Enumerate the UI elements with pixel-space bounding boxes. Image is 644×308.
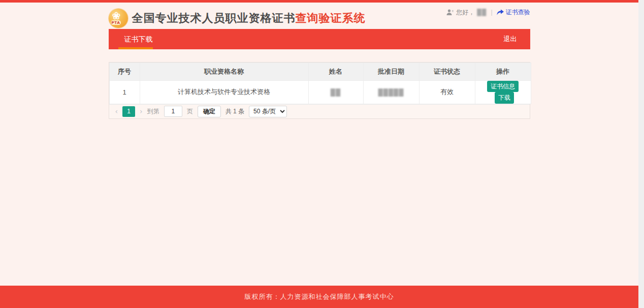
cell-approval-date: █████ <box>363 81 419 104</box>
cell-qualification: 计算机技术与软件专业技术资格 <box>140 81 308 104</box>
cell-actions: 证书信息 下载 <box>475 81 531 104</box>
next-page-icon[interactable]: › <box>140 108 143 115</box>
confirm-button[interactable]: 确定 <box>198 106 221 117</box>
page-title: 全国专业技术人员职业资格证书查询验证系统 <box>132 11 366 26</box>
cell-index: 1 <box>109 81 140 104</box>
tab-certificate-download[interactable]: 证书下载 <box>109 29 169 49</box>
cell-name: ██ <box>308 81 363 104</box>
certificate-verify-label: 证书查验 <box>506 8 530 17</box>
page-background: ❀ PTA 全国专业技术人员职业资格证书查询验证系统 您好， ██ | <box>0 0 638 308</box>
header-index: 序号 <box>109 63 140 81</box>
prev-page-icon[interactable]: ‹ <box>115 108 118 115</box>
active-tab-indicator <box>118 47 153 49</box>
user-bar: 您好， ██ | 证书查验 <box>446 8 530 16</box>
certificate-table-card: 序号 职业资格名称 姓名 批准日期 证书状态 操作 1 计算机技术与软件专业技术… <box>109 62 530 119</box>
scrollbar-track <box>638 0 644 308</box>
user-icon <box>446 9 454 16</box>
goto-label: 到第 <box>147 107 159 116</box>
brand: ❀ PTA 全国专业技术人员职业资格证书查询验证系统 <box>109 7 366 29</box>
site-header: ❀ PTA 全国专业技术人员职业资格证书查询验证系统 您好， ██ | <box>109 0 530 29</box>
header-status: 证书状态 <box>419 63 475 81</box>
page-title-accent: 查询验证系统 <box>296 12 366 24</box>
cell-status: 有效 <box>419 81 475 104</box>
copyright-label: 版权所有：人力资源和社会保障部人事考试中心 <box>245 292 394 301</box>
header-actions: 操作 <box>475 63 531 81</box>
header-name: 姓名 <box>308 63 363 81</box>
table-row: 1 计算机技术与软件专业技术资格 ██ █████ 有效 证书信息 下载 <box>109 81 531 104</box>
certificate-table: 序号 职业资格名称 姓名 批准日期 证书状态 操作 1 计算机技术与软件专业技术… <box>109 63 531 104</box>
certificate-info-button[interactable]: 证书信息 <box>487 81 519 92</box>
header-approval-date: 批准日期 <box>363 63 419 81</box>
flame-glyph: ❀ <box>112 11 121 21</box>
page-title-main: 全国专业技术人员职业资格证书 <box>132 12 296 24</box>
pagination-bar: ‹ 1 › 到第 页 确定 共 1 条 50 条/页 <box>109 104 530 118</box>
pta-logo-text: PTA <box>111 20 121 25</box>
page-size-select[interactable]: 50 条/页 <box>249 106 287 117</box>
total-count-label: 共 1 条 <box>226 107 244 116</box>
share-arrow-icon <box>497 9 504 16</box>
goto-page-input[interactable] <box>164 106 182 117</box>
main-navbar: 证书下载 退出 <box>109 29 530 49</box>
page-number-button[interactable]: 1 <box>122 106 135 117</box>
page-unit-label: 页 <box>187 107 193 116</box>
certificate-verify-link[interactable]: 证书查验 <box>497 8 530 17</box>
username-redacted: ██ <box>477 9 487 16</box>
greeting-label: 您好， <box>456 8 474 17</box>
date-redacted: █████ <box>378 88 404 96</box>
page-footer: 版权所有：人力资源和社会保障部人事考试中心 <box>0 286 638 308</box>
download-button[interactable]: 下载 <box>495 92 514 103</box>
logout-button[interactable]: 退出 <box>504 35 530 44</box>
tab-certificate-download-label: 证书下载 <box>124 35 153 43</box>
separator: | <box>491 9 492 16</box>
pta-logo-icon: ❀ PTA <box>109 9 128 28</box>
name-redacted: ██ <box>331 88 341 96</box>
table-header-row: 序号 职业资格名称 姓名 批准日期 证书状态 操作 <box>109 63 531 81</box>
header-qualification: 职业资格名称 <box>140 63 308 81</box>
top-accent-bar <box>0 0 638 3</box>
